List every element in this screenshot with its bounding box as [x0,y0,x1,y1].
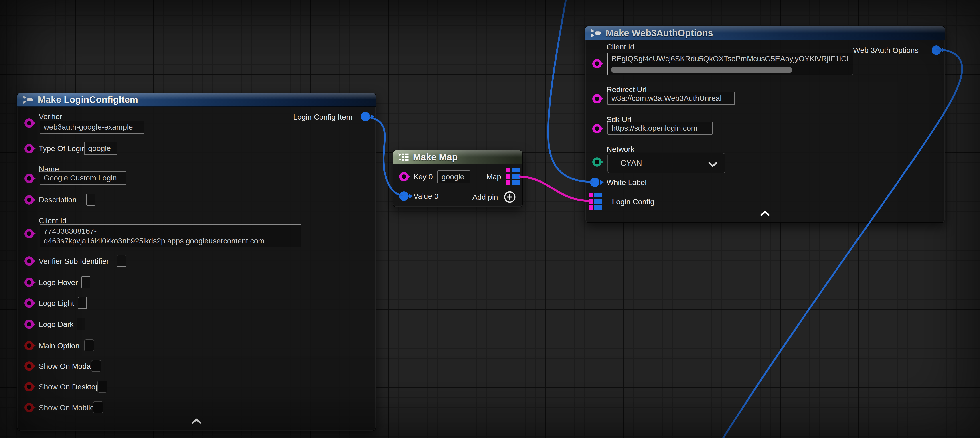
pin-label-client-id: Client Id [39,216,67,225]
node-make-loginconfigitem[interactable]: Make LoginConfigItem Login Config Item V… [17,92,376,431]
client-id-input[interactable]: BEglQSgt4cUWcj6SKRdu5QkOXTsePmMcusG5EAoy… [608,53,853,75]
make-struct-icon [590,28,602,38]
add-pin-label[interactable]: Add pin [473,192,498,202]
logo-light-input[interactable] [78,297,87,309]
key-0-input[interactable]: google [438,170,470,183]
pin-label-logo-light: Logo Light [39,298,74,308]
map-pin-icon[interactable] [506,167,520,185]
pin-value-0[interactable] [399,191,409,201]
pin-network[interactable] [592,157,602,167]
collapse-chevron-icon[interactable] [760,211,770,217]
node-header-make-loginconfigitem[interactable]: Make LoginConfigItem [18,93,375,107]
pin-key-0[interactable] [399,172,409,182]
client-id-scrollbar[interactable] [611,67,792,73]
node-title: Make Map [413,152,458,162]
pin-description[interactable] [24,195,34,204]
output-pin-login-config-item[interactable] [361,112,370,121]
pin-logo-light[interactable] [24,298,34,308]
logo-hover-input[interactable] [81,276,90,288]
node-make-web3authoptions[interactable]: Make Web3AuthOptions Web 3Auth Options C… [585,26,945,223]
redirect-url-input[interactable]: w3a://com.w3a.Web3AuthUnreal [608,92,735,105]
pin-label-verifier-sub-identifier: Verifier Sub Identifier [39,256,109,266]
pin-label-show-on-desktop: Show On Desktop [39,382,100,392]
login-config-map-pin-icon[interactable] [589,193,602,210]
show-on-modal-checkbox[interactable] [91,360,101,372]
pin-sdk-url[interactable] [592,124,602,133]
pin-redirect-url[interactable] [592,94,602,104]
type-of-login-input[interactable]: google [84,142,118,155]
pin-type-of-login[interactable] [24,144,34,153]
pin-label-login-config: Login Config [612,197,654,206]
pin-main-option[interactable] [24,341,34,350]
wire-map-to-login-config[interactable] [520,177,590,201]
pin-verifier[interactable] [24,118,34,128]
pin-label-logo-dark: Logo Dark [39,320,74,329]
make-struct-icon [22,95,34,105]
chevron-down-icon [708,160,718,169]
collapse-chevron-icon[interactable] [192,419,201,425]
pin-label-verifier: Verifier [39,112,62,121]
client-id-input[interactable]: 774338308167- q463s7kpvja16l4l0kko3nb925… [40,225,301,247]
pin-label-client-id: Client Id [606,42,635,51]
node-header-make-web3authoptions[interactable]: Make Web3AuthOptions [585,27,945,40]
pin-logo-dark[interactable] [24,320,34,329]
logo-dark-input[interactable] [76,318,86,330]
verifier-sub-identifier-input[interactable] [117,255,126,267]
pin-client-id[interactable] [592,59,602,68]
show-on-mobile-checkbox[interactable] [93,401,103,413]
blueprint-graph-canvas[interactable]: Make LoginConfigItem Login Config Item V… [0,0,980,438]
node-title: Make LoginConfigItem [38,94,138,105]
output-pin-label: Web 3Auth Options [853,45,919,55]
pin-label-show-on-modal: Show On Modal [39,362,92,371]
pin-logo-hover[interactable] [24,278,34,287]
pin-verifier-sub-identifier[interactable] [24,256,34,266]
pin-white-label[interactable] [590,178,600,187]
output-pin-label-map: Map [487,172,501,182]
pin-client-id[interactable] [24,229,34,238]
pin-label-logo-hover: Logo Hover [39,278,78,287]
pin-label-value-0: Value 0 [414,191,439,201]
output-pin-web3auth-options[interactable] [932,45,941,55]
pin-show-on-mobile[interactable] [24,403,34,412]
node-header-make-map[interactable]: Make Map [393,150,522,164]
make-map-icon [398,153,409,162]
pin-label-show-on-mobile: Show On Mobile [39,403,94,412]
show-on-desktop-checkbox[interactable] [97,381,108,393]
pin-label-white-label: White Label [606,178,647,187]
pin-name[interactable] [24,174,34,183]
node-title: Make Web3AuthOptions [606,28,713,38]
pin-label-type-of-login: Type Of Login [39,144,86,153]
name-input[interactable]: Google Custom Login [40,171,126,185]
pin-show-on-modal[interactable] [24,362,34,371]
verifier-input[interactable]: web3auth-google-example [40,121,144,134]
pin-label-network: Network [606,145,635,154]
pin-label-key-0: Key 0 [414,172,433,182]
node-make-map[interactable]: Make Map Key 0 google Map Value 0 Add pi… [393,150,523,207]
network-dropdown[interactable]: CYAN [608,153,725,174]
sdk-url-input[interactable]: https://sdk.openlogin.com [608,122,713,135]
pin-show-on-desktop[interactable] [24,382,34,392]
add-pin-icon[interactable] [504,191,516,204]
pin-label-description: Description [39,195,76,204]
description-input[interactable] [86,194,95,205]
pin-label-main-option: Main Option [39,341,80,350]
main-option-checkbox[interactable] [84,339,94,351]
output-pin-label: Login Config Item [293,112,353,121]
